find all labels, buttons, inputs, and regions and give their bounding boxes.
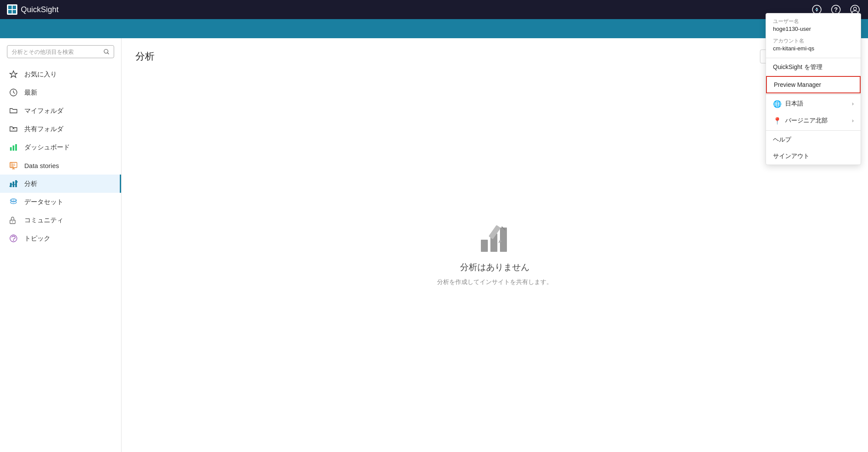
dropdown-item-region[interactable]: 📍 バージニア北部 › <box>766 112 861 129</box>
sidebar-item-recent[interactable]: 最新 <box>0 83 121 102</box>
dropdown-item-help[interactable]: ヘルプ <box>766 132 861 148</box>
sidebar-item-my-folder[interactable]: マイフォルダ <box>0 102 121 120</box>
dropdown-divider-2 <box>766 94 861 95</box>
svg-rect-0 <box>8 6 12 9</box>
search-icon <box>103 48 109 55</box>
preview-manager-label: Preview Manager <box>774 81 821 88</box>
sidebar-label-data-stories: Data stories <box>24 162 59 169</box>
sidebar-label-shared-folder: 共有フォルダ <box>24 125 63 133</box>
manage-label: QuickSight を管理 <box>773 63 822 71</box>
star-icon <box>9 69 18 79</box>
community-icon <box>9 215 18 225</box>
app-title: QuickSight <box>21 5 59 14</box>
dropdown-item-preview-manager[interactable]: Preview Manager <box>766 76 861 93</box>
dropdown-item-signout[interactable]: サインアウト <box>766 148 861 165</box>
sidebar-label-community: コミュニティ <box>24 216 63 224</box>
language-label: 日本語 <box>785 100 803 108</box>
topic-icon <box>9 234 18 243</box>
svg-point-24 <box>15 200 16 201</box>
account-label: アカウント名 <box>773 37 854 45</box>
svg-point-9 <box>854 7 857 10</box>
dropdown-username-section: ユーザー名 hoge1130-user <box>766 13 861 37</box>
main-layout: お気に入り 最新 マイフォルダ <box>0 38 868 452</box>
sidebar-item-topic[interactable]: トピック <box>0 229 121 247</box>
sidebar-label-topic: トピック <box>24 234 50 243</box>
username-value: hoge1130-user <box>773 25 854 33</box>
svg-rect-2 <box>8 10 12 13</box>
folder-icon <box>9 106 18 115</box>
dashboard-icon <box>9 142 18 152</box>
empty-title: 分析はありません <box>460 261 529 273</box>
svg-rect-35 <box>500 228 507 252</box>
svg-rect-13 <box>10 147 12 151</box>
sidebar-item-favorites[interactable]: お気に入り <box>0 65 121 83</box>
svg-text:?: ? <box>834 6 838 13</box>
svg-point-28 <box>13 240 14 241</box>
svg-point-12 <box>13 128 14 129</box>
account-value: cm-kitani-emi-qs <box>773 45 854 53</box>
sidebar-label-analysis: 分析 <box>24 180 37 188</box>
analysis-icon <box>9 179 18 188</box>
page-title: 分析 <box>135 50 155 63</box>
sidebar-item-analysis[interactable]: 分析 <box>0 175 121 193</box>
sidebar-item-dashboard[interactable]: ダッシュボード <box>0 138 121 156</box>
svg-point-5 <box>816 9 818 10</box>
content-header: 分析 最終更新日 (新しい順) <box>135 49 854 64</box>
sidebar-item-shared-folder[interactable]: 共有フォルダ <box>0 120 121 138</box>
search-box[interactable] <box>7 45 114 58</box>
language-item-left: 🌐 日本語 <box>773 100 803 108</box>
svg-rect-3 <box>13 10 16 13</box>
signout-label: サインアウト <box>773 152 809 160</box>
dropdown-divider-3 <box>766 130 861 131</box>
logo-icon <box>7 4 17 15</box>
top-nav: QuickSight ? <box>0 0 868 19</box>
search-input[interactable] <box>12 49 100 55</box>
dataset-icon <box>9 197 18 207</box>
empty-state: 分析はありません 分析を作成してインサイトを共有します。 <box>135 75 854 433</box>
svg-rect-15 <box>15 144 17 151</box>
sidebar-item-dataset[interactable]: データセット <box>0 193 121 211</box>
dropdown-divider-1 <box>766 58 861 58</box>
search-container <box>0 45 121 65</box>
svg-rect-1 <box>13 6 16 9</box>
globe-icon: 🌐 <box>773 100 782 108</box>
user-dropdown-menu: ユーザー名 hoge1130-user アカウント名 cm-kitani-emi… <box>766 13 861 165</box>
svg-rect-33 <box>481 240 488 252</box>
dropdown-account-section: アカウント名 cm-kitani-emi-qs <box>766 37 861 57</box>
sidebar-label-dashboard: ダッシュボード <box>24 143 70 152</box>
pin-icon: 📍 <box>773 117 782 125</box>
svg-point-23 <box>13 200 14 201</box>
dropdown-item-manage[interactable]: QuickSight を管理 <box>766 59 861 76</box>
sidebar-label-dataset: データセット <box>24 198 63 206</box>
sidebar-label-my-folder: マイフォルダ <box>24 107 63 115</box>
sidebar-label-favorites: お気に入り <box>24 70 57 79</box>
data-stories-icon <box>9 161 18 170</box>
region-label: バージニア北部 <box>785 117 828 125</box>
sidebar-label-recent: 最新 <box>24 89 37 97</box>
sidebar: お気に入り 最新 マイフォルダ <box>0 38 122 452</box>
sub-header <box>0 19 868 38</box>
username-label: ユーザー名 <box>773 18 854 25</box>
empty-state-icon <box>477 221 512 256</box>
content-area: 分析 最終更新日 (新しい順) <box>122 38 868 452</box>
logo[interactable]: QuickSight <box>7 4 59 15</box>
sidebar-item-data-stories[interactable]: Data stories <box>0 156 121 175</box>
region-item-left: 📍 バージニア北部 <box>773 117 828 125</box>
sidebar-item-community[interactable]: コミュニティ <box>0 211 121 229</box>
svg-rect-14 <box>13 145 14 151</box>
help-label: ヘルプ <box>773 136 791 144</box>
dropdown-item-language[interactable]: 🌐 日本語 › <box>766 96 861 112</box>
region-chevron-icon: › <box>852 118 854 124</box>
shared-folder-icon <box>9 124 18 134</box>
language-chevron-icon: › <box>852 101 854 107</box>
svg-point-22 <box>11 200 12 201</box>
empty-subtitle: 分析を作成してインサイトを共有します。 <box>437 278 552 286</box>
clock-icon <box>9 88 18 97</box>
